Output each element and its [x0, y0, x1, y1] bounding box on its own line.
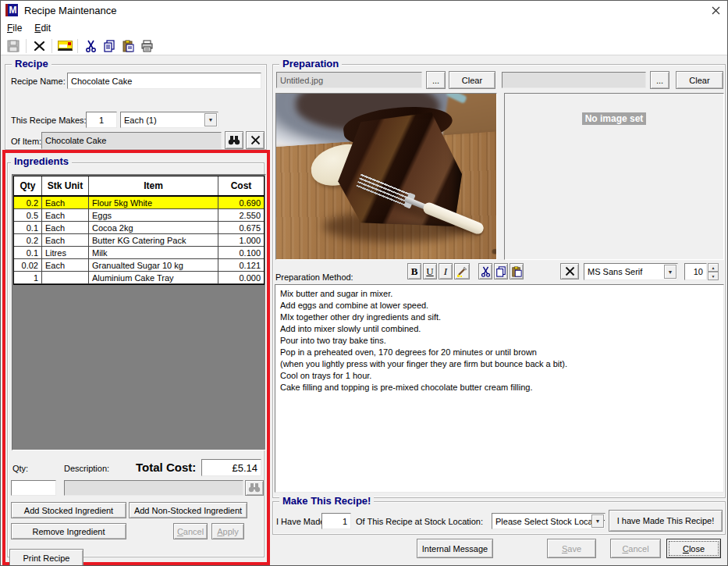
internal-message-label: Internal Message	[422, 544, 488, 554]
stock-location-select[interactable]: Please Select Stock Location	[492, 513, 605, 529]
recipe-makes-qty-input[interactable]: 1	[86, 112, 117, 128]
method-cut-button[interactable]	[478, 263, 492, 279]
of-item-search-button[interactable]	[225, 131, 243, 149]
print-button[interactable]	[137, 38, 156, 54]
preparation-group-label: Preparation	[279, 58, 342, 69]
preparation-method-textarea[interactable]: Mix butter and sugar in mixer. Add eggs …	[275, 284, 724, 493]
table-row[interactable]: 0.02 Each Granualted Sugar 10 kg 0.121	[14, 259, 264, 272]
image2-browse-button[interactable]: ...	[650, 71, 669, 89]
copy-icon	[103, 40, 115, 52]
description-search-button[interactable]	[245, 480, 264, 496]
ingredient-apply-button[interactable]: Apply	[211, 523, 244, 539]
have-made-qty-value: 1	[343, 517, 347, 526]
method-clear-button[interactable]	[560, 263, 579, 279]
chevron-down-icon[interactable]	[204, 113, 217, 126]
ingredients-table: Qty Stk Unit Item Cost 0.2 Each Flour 5k…	[13, 176, 265, 285]
made-this-recipe-label: I have Made This Recipe!	[617, 516, 715, 525]
font-select[interactable]: MS Sans Serif	[584, 263, 678, 280]
cell-qty: 1	[14, 272, 42, 283]
italic-button[interactable]: I	[439, 263, 453, 279]
of-item-label: Of Item:	[11, 137, 41, 146]
method-line: (when you lightly press with your finger…	[280, 358, 719, 370]
ingredient-cancel-button[interactable]: Cancel	[173, 523, 208, 539]
cell-unit: Each	[42, 234, 89, 246]
close-button[interactable]: Close	[666, 539, 721, 558]
add-non-stocked-ingredient-button[interactable]: Add Non-Stocked Ingredient	[129, 502, 247, 518]
table-row[interactable]: 0.5 Each Eggs 2.550	[14, 209, 264, 222]
copy-button[interactable]	[100, 38, 119, 54]
save-button-footer[interactable]: Save	[547, 539, 596, 558]
table-row[interactable]: 0.1 Litres Milk 0.100	[14, 247, 264, 259]
add-stocked-label: Add Stocked Ingredient	[24, 506, 113, 515]
cut-button[interactable]	[81, 38, 100, 54]
label-button[interactable]	[55, 38, 74, 54]
of-item-clear-button[interactable]	[246, 131, 265, 149]
remove-ingredient-button[interactable]: Remove Ingredient	[11, 523, 126, 539]
description-label: Description:	[64, 464, 109, 473]
ingredients-group-label: Ingredients	[11, 155, 72, 167]
cell-unit: Each	[42, 197, 89, 208]
cancel-button-footer[interactable]: Cancel	[610, 539, 661, 558]
qty-label: Qty:	[12, 464, 28, 473]
add-non-stocked-label: Add Non-Stocked Ingredient	[134, 506, 242, 515]
cell-qty: 0.1	[14, 247, 42, 258]
paste-button[interactable]	[119, 38, 137, 54]
total-cost-value: £5.14	[232, 462, 257, 474]
chevron-down-icon[interactable]	[591, 514, 604, 528]
font-name-value: MS Sans Serif	[588, 267, 642, 276]
highlight-button[interactable]	[454, 263, 470, 279]
internal-message-button[interactable]: Internal Message	[417, 539, 493, 558]
cell-qty: 0.1	[14, 222, 42, 233]
brush-icon	[456, 265, 468, 277]
image1-filename-field[interactable]: Untitled.jpg	[276, 72, 422, 88]
print-recipe-button[interactable]: Print Recipe	[9, 549, 83, 566]
cake-photo-scene	[276, 94, 496, 259]
close-icon	[712, 6, 720, 15]
menu-file[interactable]: File	[1, 21, 28, 35]
stock-location-value: Please Select Stock Location	[495, 517, 605, 526]
method-copy-button[interactable]	[494, 263, 508, 279]
table-row[interactable]: 1 Aluminium Cake Tray 0.000	[14, 272, 264, 284]
qty-input[interactable]	[11, 480, 56, 496]
spinner-up-icon[interactable]: ▲	[708, 263, 719, 272]
recipe-makes-unit-value: Each (1)	[124, 116, 157, 125]
chevron-down-icon[interactable]	[664, 265, 677, 279]
app-icon: M	[5, 4, 18, 16]
spinner-down-icon[interactable]: ▼	[708, 272, 719, 280]
table-row[interactable]: 0.1 Each Cocoa 2kg 0.675	[14, 222, 264, 234]
font-size-input[interactable]: 10	[684, 263, 707, 280]
cell-unit: Each	[42, 259, 89, 271]
ingredient-cancel-label: Cancel	[177, 527, 204, 536]
cell-cost: 1.000	[218, 234, 264, 246]
made-this-recipe-button[interactable]: I have Made This Recipe!	[609, 510, 723, 532]
of-item-field[interactable]: Chocolate Cake	[41, 132, 222, 149]
recipe-group-label: Recipe	[12, 58, 51, 69]
menu-edit[interactable]: Edit	[28, 21, 57, 35]
image1-browse-button[interactable]: ...	[426, 71, 446, 89]
delete-button[interactable]	[30, 38, 48, 54]
image1-clear-button[interactable]: Clear	[449, 71, 495, 89]
description-input[interactable]	[64, 480, 243, 496]
add-stocked-ingredient-button[interactable]: Add Stocked Ingredient	[11, 502, 126, 518]
underline-button[interactable]: U	[423, 263, 437, 279]
bold-button[interactable]: B	[407, 263, 421, 279]
cell-cost: 0.000	[218, 272, 264, 283]
have-made-qty-input[interactable]: 1	[321, 513, 351, 529]
recipe-name-input[interactable]: Chocolate Cake	[67, 73, 261, 89]
no-image-set-badge: No image set	[582, 112, 647, 125]
font-size-spinner[interactable]: ▲ ▼	[708, 263, 719, 280]
menu-bar: File Edit	[1, 20, 727, 37]
method-paste-button[interactable]	[510, 263, 524, 279]
col-stk-unit: Stk Unit	[42, 176, 89, 195]
cell-unit: Each	[42, 222, 89, 233]
toolbar-separator	[77, 39, 78, 53]
image2-clear-button[interactable]: Clear	[676, 71, 723, 89]
cell-qty: 0.2	[14, 197, 42, 208]
table-row[interactable]: 0.2 Each Butter KG Catering Pack 1.000	[14, 234, 264, 247]
recipe-makes-unit-select[interactable]: Each (1)	[120, 112, 218, 128]
ingredient-apply-label: Apply	[217, 527, 239, 536]
image2-filename-field[interactable]	[502, 72, 646, 88]
save-button[interactable]	[4, 38, 23, 54]
window-close-button[interactable]	[704, 2, 727, 19]
table-row[interactable]: 0.2 Each Flour 5kg White 0.690	[14, 197, 264, 209]
